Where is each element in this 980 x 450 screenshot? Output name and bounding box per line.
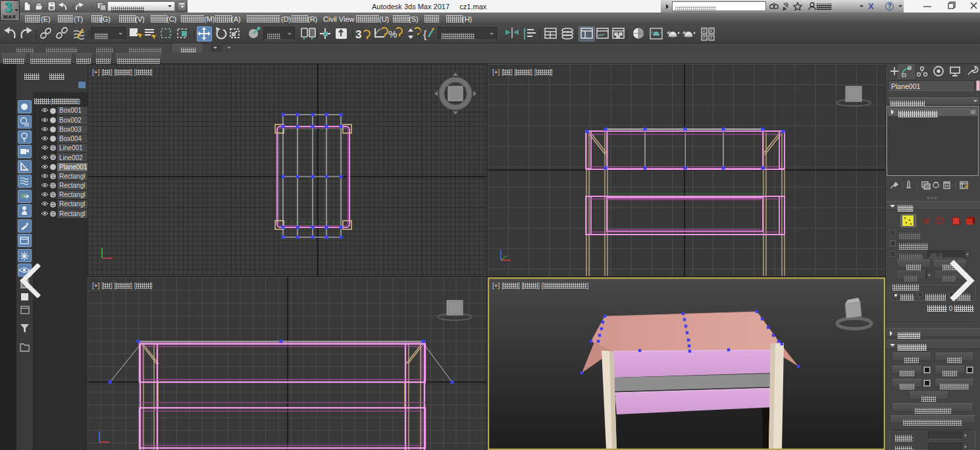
svg-text:3: 3 [355, 28, 361, 41]
svg-text:%: % [388, 28, 397, 40]
svg-text:{: { [423, 29, 427, 40]
